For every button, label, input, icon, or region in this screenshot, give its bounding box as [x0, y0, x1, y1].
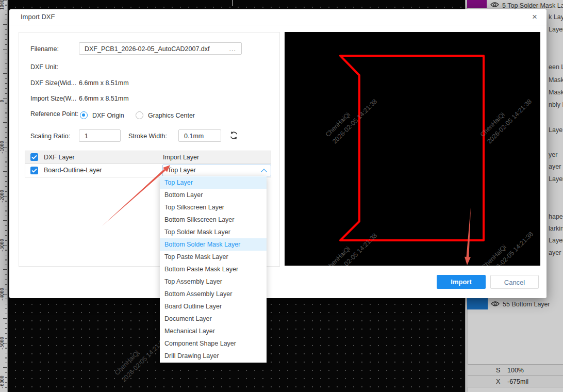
- dropdown-option-bottom-layer[interactable]: Bottom Layer: [160, 189, 267, 201]
- dropdown-option-document-layer[interactable]: Document Layer: [160, 313, 267, 325]
- import-layer-select[interactable]: Top Layer: [162, 165, 271, 176]
- layer-row-label: 55 Bottom Layer: [503, 301, 550, 308]
- dropdown-option-drill-drawing-layer[interactable]: Drill Drawing Layer: [160, 350, 267, 362]
- status-value: -675mil: [507, 378, 528, 385]
- reference-point-label: Reference Point:: [30, 110, 78, 118]
- dialog-title: Import DXF: [21, 9, 55, 25]
- dropdown-option-top-paste-mask-layer[interactable]: Top Paste Mask Layer: [160, 251, 267, 263]
- filename-label: Filename:: [30, 45, 59, 53]
- layer-partial-label: Layer: [549, 237, 563, 244]
- close-icon[interactable]: ×: [529, 11, 540, 23]
- ruler-label: -5000: [0, 335, 5, 352]
- dropdown-option-bottom-assembly-layer[interactable]: Bottom Assembly Layer: [160, 288, 267, 300]
- layer-color-swatch: [467, 298, 488, 309]
- pcb-editor-screen: ChenHaiQi2026-02-05 14:21:38 1000 0 -100…: [0, 0, 563, 392]
- status-key: X: [496, 378, 507, 385]
- vertical-ruler: 1000 0 -1000 -2000 -3000 -4000 -5000 -60…: [0, 0, 8, 392]
- layer-row-bottom-layer[interactable]: 55 Bottom Layer: [466, 298, 563, 309]
- layer-partial-label: Mask l: [549, 89, 563, 96]
- dropdown-option-board-outline-layer[interactable]: Board Outline Layer: [160, 300, 267, 313]
- dxf-preview: ChenHaiQi2026-02-05 14:21:38 ChenHaiQi20…: [285, 32, 540, 266]
- ruler-label: -2000: [0, 188, 5, 205]
- stroke-width-value: 0.1mm: [184, 133, 204, 140]
- radio-dxf-origin[interactable]: [80, 111, 88, 119]
- ruler-label: -1000: [0, 139, 5, 156]
- status-key: S: [496, 367, 507, 374]
- layer-partial-label: nbly L: [549, 101, 563, 108]
- col-header-import-layer: Import Layer: [163, 151, 199, 164]
- eye-icon[interactable]: [490, 2, 499, 8]
- layer-partial-label: Layer: [549, 175, 563, 183]
- dropdown-option-bottom-paste-mask-layer[interactable]: Bottom Paste Mask Layer: [160, 263, 267, 275]
- import-layer-dropdown: Top Layer Bottom Layer Top Silkscreen La…: [160, 176, 267, 363]
- dropdown-option-top-layer[interactable]: Top Layer: [160, 176, 267, 189]
- dxf-unit-label: DXF Unit:: [30, 63, 58, 71]
- table-row: Board-Outline-Layer Top Layer: [25, 164, 271, 177]
- table-header-row: DXF Layer Import Layer: [25, 151, 271, 164]
- dxf-size-label: DXF Size(Wid...: [30, 79, 76, 87]
- status-value: 100%: [507, 367, 524, 374]
- layer-partial-label: een La: [549, 63, 563, 71]
- row-checkbox[interactable]: [30, 167, 38, 174]
- layer-color-swatch: [467, 0, 487, 8]
- ruler-label: -3000: [0, 237, 5, 254]
- refresh-icon[interactable]: [229, 130, 239, 142]
- layer-partial-label: Laye: [549, 126, 562, 134]
- status-row-scale: S 100%: [468, 364, 563, 375]
- select-all-checkbox[interactable]: [30, 153, 38, 161]
- dropdown-option-top-solder-mask-layer[interactable]: Top Solder Mask Layer: [160, 226, 267, 238]
- select-value: Top Layer: [168, 165, 196, 176]
- ruler-label: 0: [0, 93, 5, 109]
- radio-dxf-origin-label: DXF Origin: [92, 112, 124, 119]
- layer-partial-label: ayer: [549, 163, 561, 170]
- stroke-width-label: Stroke Width:: [128, 133, 167, 140]
- filename-input[interactable]: DXF_PCB1_2026-02-05_AutoCAD2007.dxf ...: [79, 42, 242, 55]
- radio-graphics-center[interactable]: [136, 111, 143, 119]
- import-size-label: Import Size(W...: [30, 95, 76, 102]
- layer-partial-label: Layer: [549, 26, 563, 33]
- dropdown-option-mechanical-layer[interactable]: Mechanical Layer: [160, 325, 267, 337]
- col-header-dxf-layer: DXF Layer: [44, 151, 75, 164]
- chevron-up-icon: [261, 169, 267, 174]
- dialog-header: Import DXF ×: [9, 9, 547, 25]
- cancel-button[interactable]: Cancel: [490, 275, 539, 289]
- import-dxf-dialog: ChenHaiQi2026-02-05 14:21:38 ChenHaiQi20…: [9, 9, 547, 298]
- dropdown-option-bottom-silkscreen-layer[interactable]: Bottom Silkscreen Layer: [160, 214, 267, 226]
- dropdown-option-component-shape-layer[interactable]: Component Shape Layer: [160, 337, 267, 350]
- layer-partial-label: k Lay: [549, 13, 563, 21]
- dropdown-option-top-silkscreen-layer[interactable]: Top Silkscreen Layer: [160, 201, 267, 214]
- layer-partial-label: larkin: [549, 225, 563, 232]
- radio-graphics-center-label: Graphics Center: [148, 112, 195, 119]
- scaling-ratio-label: Scaling Ratio:: [30, 133, 70, 140]
- stroke-width-input[interactable]: 0.1mm: [178, 129, 221, 142]
- dxf-size-value: 6.6mm x 8.51mm: [79, 79, 129, 87]
- ruler-label: -6000: [0, 374, 5, 390]
- layer-partial-label: hape: [549, 213, 563, 220]
- layer-mapping-table: DXF Layer Import Layer Board-Outline-Lay…: [25, 151, 271, 177]
- import-button[interactable]: Import: [437, 275, 486, 289]
- filename-value: DXF_PCB1_2026-02-05_AutoCAD2007.dxf: [85, 45, 210, 53]
- layer-row-label: 5 Top Solder Mask Lay: [502, 2, 563, 9]
- import-size-value: 6.6mm x 8.51mm: [79, 95, 129, 102]
- board-outline-drawing: [285, 32, 540, 266]
- layer-partial-label: ayer: [549, 249, 561, 256]
- layer-partial-label: Mask: [549, 76, 563, 84]
- ruler-label: 1000: [0, 0, 5, 13]
- ruler-label: -4000: [0, 286, 5, 303]
- dropdown-option-top-assembly-layer[interactable]: Top Assembly Layer: [160, 275, 267, 288]
- browse-button[interactable]: ...: [229, 43, 236, 55]
- layer-partial-label: yer: [549, 151, 557, 158]
- scaling-ratio-value: 1: [85, 133, 88, 140]
- canvas-crosshair-line: [232, 0, 233, 6]
- status-row-x: X -675mil: [468, 375, 563, 387]
- scaling-ratio-input[interactable]: 1: [79, 129, 121, 142]
- eye-icon[interactable]: [491, 301, 500, 307]
- dropdown-option-bottom-solder-mask-layer[interactable]: Bottom Solder Mask Layer: [160, 238, 267, 251]
- dxf-layer-name: Board-Outline-Layer: [44, 164, 102, 176]
